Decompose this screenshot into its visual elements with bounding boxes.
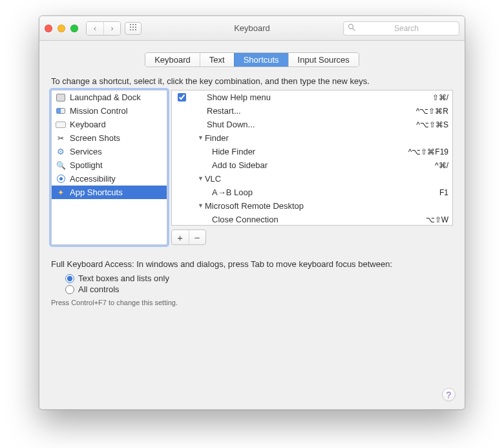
prefs-body: KeyboardTextShortcutsInput Sources To ch… (39, 41, 465, 409)
remove-shortcut-button[interactable]: − (189, 230, 206, 244)
category-label: Screen Shots (70, 133, 120, 143)
svg-point-7 (132, 29, 134, 30)
svg-point-9 (349, 25, 353, 29)
svg-point-5 (135, 27, 136, 28)
category-label: Mission Control (70, 106, 128, 116)
shortcut-label: Shut Down... (189, 120, 255, 129)
group-label: VLC (205, 174, 221, 184)
shortcut-row[interactable]: Restart...^⌥⇧⌘R (172, 104, 452, 118)
shortcuts-pane: Show Help menu⇧⌘/Restart...^⌥⇧⌘RShut Dow… (171, 90, 453, 245)
services-icon: ⚙ (56, 147, 66, 157)
disclosure-triangle-icon[interactable]: ▼ (198, 202, 204, 209)
category-spotlight[interactable]: 🔍Spotlight (52, 158, 167, 172)
nav-back-forward: ‹ › (86, 21, 121, 36)
tab-keyboard[interactable]: Keyboard (145, 53, 200, 67)
category-screen-shots[interactable]: ✂︎Screen Shots (52, 131, 167, 145)
tab-shortcuts[interactable]: Shortcuts (234, 53, 288, 67)
category-label: Accessibility (70, 174, 116, 184)
shortcut-keys[interactable]: ^⌥⇧⌘R (416, 107, 448, 116)
svg-point-3 (130, 27, 131, 28)
fka-title: Full Keyboard Access: In windows and dia… (51, 259, 453, 269)
shortcut-row[interactable]: Show Help menu⇧⌘/ (172, 91, 452, 104)
shortcut-keys[interactable]: F1 (439, 188, 448, 197)
fka-option[interactable]: All controls (51, 284, 453, 295)
screenshots-icon: ✂︎ (56, 133, 66, 144)
shortcut-label: Close Connection (189, 215, 278, 224)
chevron-right-icon: › (111, 24, 114, 33)
mission-control-icon (56, 106, 66, 116)
fka-option[interactable]: Text boxes and lists only (51, 273, 453, 284)
shortcut-row[interactable]: Hide Finder^⌥⇧⌘F19 (172, 145, 452, 158)
search-field[interactable] (343, 21, 459, 36)
shortcut-keys[interactable]: ⇧⌘/ (432, 93, 448, 102)
traffic-lights (45, 25, 78, 32)
group-label: Microsoft Remote Desktop (205, 201, 304, 211)
fka-option-label: All controls (78, 284, 120, 294)
fka-radio[interactable] (65, 274, 74, 283)
category-services[interactable]: ⚙Services (52, 145, 167, 158)
tab-text[interactable]: Text (200, 53, 234, 67)
show-all-button[interactable] (125, 22, 142, 35)
svg-point-4 (132, 27, 134, 28)
preferences-window: ‹ › Keyboard KeyboardTextShortcutsInput (39, 16, 465, 410)
category-launchpad-dock[interactable]: Launchpad & Dock (52, 91, 167, 104)
shortcut-row[interactable]: Close Connection⌥⇧W (172, 213, 452, 226)
instruction-text: To change a shortcut, select it, click t… (51, 76, 453, 86)
shortcut-keys[interactable]: ^⌘/ (435, 161, 448, 170)
category-label: Launchpad & Dock (70, 92, 141, 102)
app-shortcuts-icon: ✦ (56, 187, 66, 198)
shortcut-row[interactable]: Shut Down...^⌥⇧⌘S (172, 118, 452, 131)
forward-button[interactable]: › (103, 22, 120, 35)
svg-point-2 (135, 24, 136, 25)
shortcuts-list[interactable]: Show Help menu⇧⌘/Restart...^⌥⇧⌘RShut Dow… (171, 90, 453, 226)
category-label: Spotlight (70, 160, 103, 170)
shortcut-label: A→B Loop (189, 187, 253, 197)
fka-radio[interactable] (65, 285, 74, 294)
category-accessibility[interactable]: Accessibility (52, 172, 167, 186)
tab-input-sources[interactable]: Input Sources (288, 53, 359, 67)
shortcut-group[interactable]: ▼Microsoft Remote Desktop (172, 199, 452, 213)
shortcut-group[interactable]: ▼VLC (172, 172, 452, 186)
zoom-window-button[interactable] (70, 25, 78, 32)
shortcut-checkbox[interactable] (178, 93, 186, 101)
help-icon: ? (446, 390, 452, 400)
category-list[interactable]: Launchpad & DockMission ControlKeyboard✂… (51, 90, 167, 245)
category-mission-control[interactable]: Mission Control (52, 104, 167, 118)
shortcuts-split: Launchpad & DockMission ControlKeyboard✂… (51, 90, 453, 245)
add-remove-buttons: + − (171, 229, 206, 245)
spotlight-icon: 🔍 (56, 160, 66, 171)
disclosure-triangle-icon[interactable]: ▼ (198, 134, 204, 141)
shortcut-keys[interactable]: ^⌥⇧⌘S (416, 120, 448, 129)
svg-point-8 (135, 29, 136, 30)
full-keyboard-access-section: Full Keyboard Access: In windows and dia… (51, 259, 453, 306)
minimize-window-button[interactable] (58, 25, 65, 32)
back-button[interactable]: ‹ (87, 22, 103, 35)
shortcut-keys[interactable]: ^⌥⇧⌘F19 (408, 147, 448, 156)
shortcut-label: Hide Finder (189, 147, 255, 156)
svg-point-6 (130, 29, 131, 30)
shortcut-row[interactable]: Add to Sidebar^⌘/ (172, 158, 452, 172)
close-window-button[interactable] (45, 25, 52, 32)
launchpad-icon (56, 92, 66, 103)
disclosure-triangle-icon[interactable]: ▼ (198, 175, 204, 182)
category-keyboard[interactable]: Keyboard (52, 118, 167, 131)
category-app-shortcuts[interactable]: ✦App Shortcuts (52, 186, 167, 199)
category-label: Keyboard (70, 120, 106, 129)
shortcut-group[interactable]: ▼Finder (172, 131, 452, 145)
svg-point-1 (132, 24, 134, 25)
help-button[interactable]: ? (442, 388, 456, 401)
svg-point-0 (130, 24, 131, 25)
keyboard-icon (56, 120, 66, 130)
shortcut-row[interactable]: A→B LoopF1 (172, 186, 452, 199)
fka-option-label: Text boxes and lists only (78, 273, 169, 283)
search-input[interactable] (358, 24, 455, 33)
grid-icon (129, 23, 137, 33)
chevron-left-icon: ‹ (94, 24, 96, 33)
titlebar: ‹ › Keyboard (39, 16, 465, 41)
shortcut-label: Restart... (189, 106, 241, 116)
shortcut-keys[interactable]: ⌥⇧W (426, 215, 448, 224)
group-label: Finder (205, 133, 229, 143)
add-shortcut-button[interactable]: + (172, 230, 189, 244)
category-label: Services (70, 147, 102, 156)
svg-line-10 (353, 28, 355, 30)
